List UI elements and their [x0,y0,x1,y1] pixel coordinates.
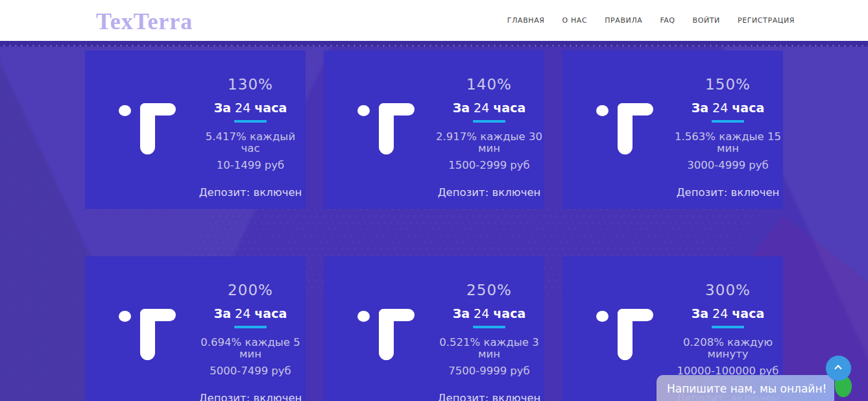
dotted-divider [0,41,868,47]
chat-widget-label[interactable]: Напишите нам, мы онлайн! [657,375,834,401]
accent-underline [712,326,744,328]
nav-item-faq[interactable]: FAQ [660,16,675,25]
plan-percent: 200% [195,282,306,298]
plan-card-130: 130% За24часа 5.417% каждый час 10-1499 … [85,51,306,209]
plan-percent: 140% [434,77,544,92]
plan-percent: 150% [673,77,783,92]
plan-percent: 130% [195,77,306,92]
plan-rate: 0.694% каждые 5 мин [195,337,306,360]
plan-duration: За24часа [434,101,544,114]
plan-deposit-status: Депозит: включен [195,393,306,401]
plan-amount-range: 10-1499 руб [195,160,306,171]
site-logo[interactable]: TexTerra [96,8,193,35]
header: TexTerra ГЛАВНАЯ О НАС ПРАВИЛА FAQ ВОЙТИ… [0,0,868,41]
t-logo-icon [596,309,653,360]
plan-amount-range: 1500-2999 руб [434,160,544,171]
nav-item-registration[interactable]: РЕГИСТРАЦИЯ [738,16,795,25]
plan-duration: За24часа [195,307,306,320]
plan-card-150: 150% За24часа 1.563% каждые 15 мин 3000-… [562,51,783,209]
nav-item-login[interactable]: ВОЙТИ [693,16,720,25]
nav-item-about[interactable]: О НАС [562,16,588,25]
plan-amount-range: 7500-9999 руб [434,365,544,377]
plan-duration: За24часа [673,101,783,114]
t-logo-icon [119,309,176,360]
plan-card-200: 200% За24часа 0.694% каждые 5 мин 5000-7… [85,256,306,401]
plan-deposit-status: Депозит: включен [434,187,544,199]
plans-grid: 130% За24часа 5.417% каждый час 10-1499 … [85,51,783,401]
t-logo-icon [357,309,415,360]
scroll-to-top-button[interactable] [826,356,851,381]
accent-underline [712,120,744,123]
plan-card-250: 250% За24часа 0.521% каждые 3 мин 7500-9… [324,256,544,401]
accent-underline [473,326,505,328]
plan-percent: 250% [434,282,544,298]
t-logo-icon [596,103,653,154]
plan-card-140: 140% За24часа 2.917% каждые 30 мин 1500-… [324,51,544,209]
plan-rate: 0.521% каждые 3 мин [434,337,544,360]
t-logo-icon [357,103,415,154]
main-nav: ГЛАВНАЯ О НАС ПРАВИЛА FAQ ВОЙТИ РЕГИСТРА… [507,0,795,41]
t-logo-icon [119,103,176,154]
nav-item-rules[interactable]: ПРАВИЛА [605,16,642,25]
plan-deposit-status: Депозит: включен [434,393,544,401]
plan-rate: 5.417% каждый час [195,131,306,154]
plan-deposit-status: Депозит: включен [673,187,783,199]
plan-rate: 1.563% каждые 15 мин [673,131,783,154]
plan-rate: 2.917% каждые 30 мин [434,131,544,154]
chat-message: Напишите нам, мы онлайн! [657,375,834,395]
plans-section: 130% За24часа 5.417% каждый час 10-1499 … [0,41,868,401]
chevron-up-icon [834,365,841,372]
plan-rate: 0.208% каждую минуту [673,337,783,360]
plan-deposit-status: Депозит: включен [195,187,306,199]
plan-duration: За24часа [195,101,306,114]
accent-underline [473,120,505,123]
plan-amount-range: 3000-4999 руб [673,160,783,171]
accent-underline [234,120,267,123]
plan-duration: За24часа [673,307,783,320]
plan-duration: За24часа [434,307,544,320]
plan-amount-range: 5000-7499 руб [195,365,306,377]
nav-item-home[interactable]: ГЛАВНАЯ [507,16,545,25]
accent-underline [234,326,267,328]
plan-percent: 300% [673,282,783,298]
